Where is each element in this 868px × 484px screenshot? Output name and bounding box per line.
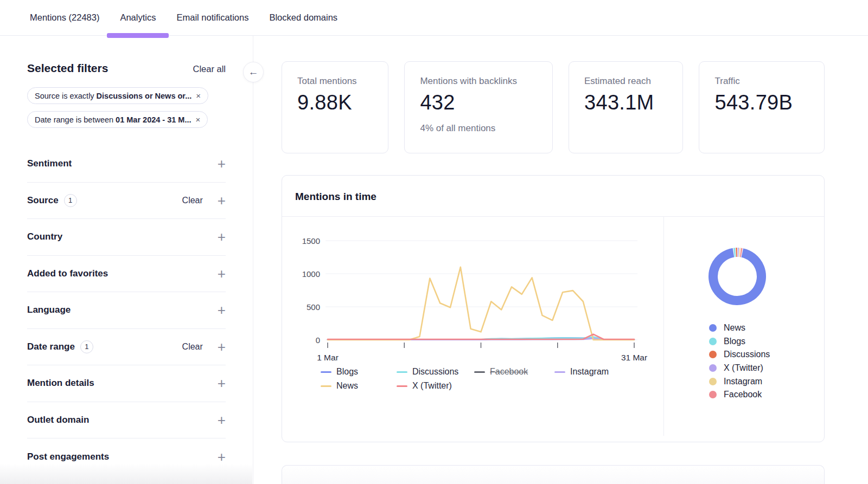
donut-legend-item-news[interactable]: News	[709, 321, 825, 335]
stat-cards-row: Total mentions 9.88K Mentions with backl…	[282, 61, 825, 153]
filter-count-badge: 1	[80, 340, 93, 353]
svg-text:1000: 1000	[302, 269, 320, 279]
legend-label: News	[336, 381, 358, 391]
mentions-in-time-card: Mentions in time 0500100015001 Mar31 Mar…	[282, 175, 825, 442]
stat-label: Estimated reach	[584, 76, 667, 87]
donut-legend-dot	[709, 391, 717, 398]
stat-card-traffic: Traffic 543.79B	[699, 61, 825, 153]
plus-icon[interactable]: +	[218, 378, 226, 389]
donut-legend-item-x-twitter-[interactable]: X (Twitter)	[709, 362, 825, 375]
filter-row-added-to-favorites[interactable]: Added to favorites +	[27, 256, 226, 293]
svg-text:1 Mar: 1 Mar	[317, 353, 339, 362]
filters-sidebar: Selected filters Clear all Source is exa…	[0, 36, 253, 484]
legend-item-discussions[interactable]: Discussions	[397, 367, 474, 377]
filter-row-mention-details[interactable]: Mention details +	[27, 365, 226, 402]
top-tab-bar: Mentions (22483) Analytics Email notific…	[0, 0, 868, 36]
legend-swatch	[397, 385, 407, 387]
filter-row-language[interactable]: Language +	[27, 292, 226, 329]
filter-row-sentiment[interactable]: Sentiment +	[27, 146, 226, 183]
legend-label: Facebook	[490, 367, 528, 377]
filter-clear-button[interactable]: Clear	[182, 342, 203, 352]
filter-row-country[interactable]: Country +	[27, 219, 226, 256]
legend-label: Instagram	[570, 367, 609, 377]
legend-swatch	[321, 385, 331, 387]
analytics-main: Total mentions 9.88K Mentions with backl…	[254, 36, 868, 484]
tab-blocked-domains[interactable]: Blocked domains	[269, 0, 337, 36]
filter-chip-source[interactable]: Source is exactly Discussions or News or…	[27, 87, 208, 104]
filter-label: Post engagements	[27, 451, 109, 462]
svg-text:0: 0	[316, 335, 320, 345]
clear-all-button[interactable]: Clear all	[193, 64, 226, 74]
stat-value: 343.1M	[584, 91, 667, 114]
filter-label: Source	[27, 195, 59, 206]
plus-icon[interactable]: +	[218, 305, 226, 315]
donut-legend: NewsBlogsDiscussionsX (Twitter)Instagram…	[709, 321, 825, 402]
svg-text:31 Mar: 31 Mar	[621, 353, 647, 362]
filter-row-date-range[interactable]: Date range 1 Clear +	[27, 329, 226, 366]
stat-note: 4% of all mentions	[420, 123, 537, 134]
donut-legend-dot	[709, 351, 717, 358]
filter-label: Mention details	[27, 378, 94, 389]
tab-analytics-label: Analytics	[120, 12, 156, 23]
donut-legend-item-instagram[interactable]: Instagram	[709, 375, 825, 388]
donut-legend-dot	[709, 364, 717, 372]
collapse-sidebar-button[interactable]: ←	[243, 62, 264, 82]
donut-legend-label: Discussions	[724, 350, 770, 359]
donut-pane: NewsBlogsDiscussionsX (Twitter)Instagram…	[663, 217, 825, 436]
filter-chip-date-range[interactable]: Date range is between 01 Mar 2024 - 31 M…	[27, 111, 208, 128]
chip-date-close-icon[interactable]: ×	[196, 115, 201, 124]
plus-icon[interactable]: +	[218, 451, 226, 462]
legend-item-instagram[interactable]: Instagram	[554, 367, 663, 377]
plus-icon[interactable]: +	[218, 415, 226, 425]
donut-legend-item-blogs[interactable]: Blogs	[709, 335, 825, 349]
filter-clear-button[interactable]: Clear	[182, 196, 203, 205]
donut-legend-label: Blogs	[724, 337, 745, 346]
donut-slice-news	[713, 253, 762, 300]
filter-label: Language	[27, 305, 71, 315]
donut-legend-label: Facebook	[724, 390, 762, 399]
tab-email-notifications[interactable]: Email notifications	[176, 0, 248, 36]
legend-item-facebook[interactable]: Facebook	[474, 367, 554, 377]
legend-label: Discussions	[412, 367, 458, 377]
mentions-line-chart: 0500100015001 Mar31 Mar	[282, 217, 663, 365]
stat-label: Total mentions	[297, 76, 373, 87]
plus-icon[interactable]: +	[218, 195, 226, 206]
chip-source-close-icon[interactable]: ×	[196, 91, 201, 100]
donut-legend-label: Instagram	[724, 377, 762, 386]
arrow-left-icon: ←	[248, 66, 259, 78]
legend-item-news[interactable]: News	[321, 381, 397, 391]
donut-legend-label: X (Twitter)	[724, 363, 763, 373]
filter-label: Sentiment	[27, 158, 72, 169]
donut-legend-item-facebook[interactable]: Facebook	[709, 388, 825, 402]
legend-item-blogs[interactable]: Blogs	[321, 367, 397, 377]
next-section-card-partial	[282, 465, 825, 484]
legend-swatch	[554, 371, 565, 373]
donut-legend-label: News	[724, 323, 745, 333]
stat-label: Traffic	[714, 76, 809, 87]
tab-analytics[interactable]: Analytics	[120, 0, 156, 36]
tab-mentions-label: Mentions (22483)	[30, 12, 99, 23]
plus-icon[interactable]: +	[218, 158, 226, 169]
donut-legend-item-discussions[interactable]: Discussions	[709, 348, 825, 362]
filter-label: Outlet domain	[27, 415, 89, 425]
tab-active-underline	[107, 33, 169, 38]
stat-value: 543.79B	[714, 91, 809, 114]
tab-mentions[interactable]: Mentions (22483)	[30, 0, 99, 36]
legend-item-x-twitter-[interactable]: X (Twitter)	[397, 381, 474, 391]
legend-swatch	[397, 371, 407, 373]
filter-row-post-engagements[interactable]: Post engagements +	[27, 438, 226, 475]
plus-icon[interactable]: +	[218, 268, 226, 279]
filter-row-source[interactable]: Source 1 Clear +	[27, 183, 226, 220]
plus-icon[interactable]: +	[218, 341, 226, 352]
filter-label: Country	[27, 231, 62, 242]
svg-text:1500: 1500	[302, 236, 320, 246]
line-chart-pane: 0500100015001 Mar31 Mar BlogsDiscussions…	[282, 217, 663, 436]
tab-email-notifications-label: Email notifications	[176, 12, 248, 23]
filter-row-outlet-domain[interactable]: Outlet domain +	[27, 402, 226, 439]
chip-source-prefix: Source is exactly	[35, 92, 94, 100]
chip-date-prefix: Date range is between	[35, 115, 113, 124]
filter-label: Date range	[27, 341, 75, 352]
legend-swatch	[474, 371, 485, 373]
mentions-in-time-title: Mentions in time	[282, 176, 824, 217]
plus-icon[interactable]: +	[218, 231, 226, 242]
